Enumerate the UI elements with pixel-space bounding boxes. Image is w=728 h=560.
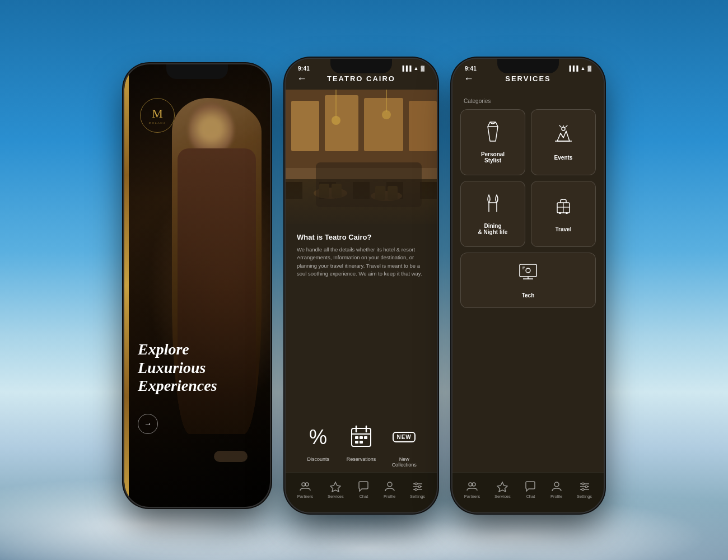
nav-partners[interactable]: Partners [297, 481, 313, 499]
phone2-status-icons: ▐▐▐ ▲ ▓ [400, 66, 424, 71]
reservations-label: Reservations [347, 456, 376, 462]
phone3-nav-chat[interactable]: Chat [525, 481, 536, 499]
phones-container: M MOZANA Explore Luxurious Experiences →… [124, 48, 604, 512]
phone2-back-button[interactable]: ← [297, 73, 307, 85]
action-reservations[interactable]: Reservations [345, 421, 377, 462]
phone3-bottom-nav: Partners Services Chat [452, 472, 604, 512]
nav-chat[interactable]: Chat [358, 481, 369, 499]
phone3-wifi-icon: ▲ [581, 66, 586, 71]
logo-letter: M [152, 106, 163, 121]
personal-stylist-label: PersonalStylist [481, 151, 505, 164]
nav-profile-label: Profile [384, 494, 395, 499]
splash-heading: Explore Luxurious Experiences [138, 340, 225, 395]
phone-3: 9:41 ▐▐▐ ▲ ▓ ← SERVICES Categories [452, 59, 604, 512]
svg-point-64 [469, 483, 472, 486]
belt-detail [214, 451, 248, 462]
svg-point-47 [418, 486, 421, 488]
svg-rect-37 [364, 436, 367, 439]
signal-icon: ▐▐▐ [400, 66, 411, 71]
svg-rect-24 [388, 186, 398, 200]
battery-icon: ▓ [421, 66, 424, 71]
events-label: Events [554, 155, 573, 161]
nav-settings-label: Settings [410, 494, 425, 499]
phone3-nav-profile-label: Profile [550, 494, 562, 499]
phone3-back-button[interactable]: ← [464, 73, 474, 85]
phone3-signal-icon: ▐▐▐ [567, 66, 578, 71]
svg-rect-39 [360, 441, 363, 444]
svg-point-70 [582, 483, 584, 485]
svg-point-26 [332, 116, 340, 125]
tech-icon [517, 262, 539, 288]
svg-rect-22 [332, 184, 342, 198]
svg-point-61 [526, 268, 530, 273]
phone2-screen: 9:41 ▐▐▐ ▲ ▓ ← TEATRO CAIRO [286, 59, 437, 512]
new-collections-label: NewCollections [392, 456, 417, 468]
logo-circle: M MOZANA [140, 98, 175, 133]
phone3-title: SERVICES [505, 74, 551, 83]
phone3-nav-partners[interactable]: Partners [464, 481, 480, 499]
travel-icon [553, 196, 574, 222]
categories-label: Categories [464, 98, 491, 104]
phone3-nav-profile[interactable]: Profile [550, 481, 562, 499]
phone-2: 9:41 ▐▐▐ ▲ ▓ ← TEATRO CAIRO [286, 59, 437, 512]
logo-tagline: MOZANA [149, 122, 166, 124]
splash-text: Explore Luxurious Experiences [138, 340, 225, 395]
nav-settings[interactable]: Settings [410, 481, 425, 499]
svg-point-19 [314, 188, 347, 199]
new-badge: NEW [393, 432, 415, 442]
nav-partners-label: Partners [297, 494, 313, 499]
svg-rect-3 [291, 101, 319, 151]
nav-services-label: Services [328, 494, 344, 499]
dining-icon [482, 193, 503, 218]
svg-point-72 [582, 488, 584, 491]
action-discounts[interactable]: % Discounts [302, 421, 334, 462]
svg-point-65 [472, 483, 475, 486]
service-dining[interactable]: Dining& Night life [460, 181, 525, 247]
svg-point-66 [554, 482, 559, 487]
svg-rect-8 [409, 101, 437, 151]
action-new-collections[interactable]: NEW NewCollections [388, 421, 421, 468]
service-personal-stylist[interactable]: PersonalStylist [460, 109, 525, 175]
service-travel[interactable]: Travel [531, 181, 596, 247]
svg-rect-29 [286, 179, 437, 224]
restaurant-desc: We handle all the details whether its ho… [297, 246, 426, 278]
nav-services[interactable]: Services [328, 481, 344, 499]
phone3-nav-partners-label: Partners [464, 494, 480, 499]
dining-label: Dining& Night life [478, 223, 508, 235]
splash-line2: Luxurious [138, 359, 206, 376]
svg-rect-56 [559, 212, 561, 214]
phone2-time: 9:41 [298, 66, 310, 72]
phone3-nav-settings[interactable]: Settings [577, 481, 592, 499]
svg-point-20 [371, 191, 402, 201]
arrow-icon: → [144, 419, 152, 428]
svg-point-40 [302, 483, 305, 486]
gold-frame [124, 64, 129, 507]
svg-rect-16 [386, 182, 403, 199]
phone3-status-bar: 9:41 ▐▐▐ ▲ ▓ [452, 62, 604, 74]
svg-rect-58 [520, 264, 536, 277]
restaurant-content: What is Teatro Cairo? We handle all the … [286, 224, 437, 287]
phone3-battery-icon: ▓ [587, 66, 591, 71]
phone3-nav-services[interactable]: Services [494, 481, 511, 499]
svg-point-41 [305, 483, 309, 486]
svg-point-28 [382, 110, 391, 119]
personal-stylist-icon [482, 121, 503, 147]
splash-arrow-button[interactable]: → [138, 414, 158, 434]
svg-rect-7 [364, 98, 403, 151]
phone3-screen: 9:41 ▐▐▐ ▲ ▓ ← SERVICES Categories [452, 59, 604, 512]
svg-point-50 [562, 127, 565, 130]
phone3-time: 9:41 [465, 66, 477, 72]
service-tech[interactable]: Tech [460, 253, 596, 308]
svg-rect-57 [566, 212, 568, 214]
reservations-icon [345, 421, 377, 453]
service-events[interactable]: Events [531, 109, 596, 175]
restaurant-question: What is Teatro Cairo? [297, 233, 426, 241]
action-icons-row: % Discounts [286, 421, 437, 468]
phone2-header: ← TEATRO CAIRO [286, 74, 437, 83]
nav-chat-label: Chat [359, 494, 368, 499]
nav-profile[interactable]: Profile [384, 481, 395, 499]
splash-line3: Experiences [138, 377, 217, 394]
phone1-screen: M MOZANA Explore Luxurious Experiences → [124, 64, 270, 507]
new-collections-icon: NEW [388, 421, 421, 453]
restaurant-image [286, 90, 437, 224]
